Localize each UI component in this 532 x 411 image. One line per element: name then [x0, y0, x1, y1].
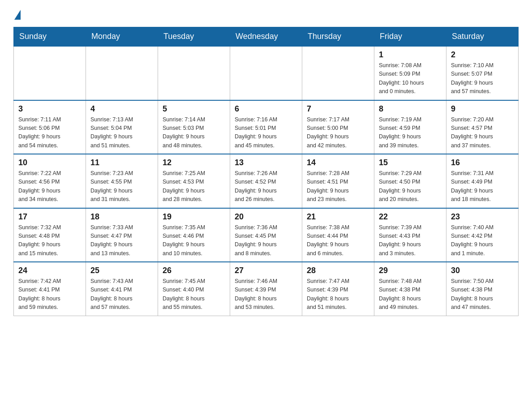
- day-number: 19: [163, 212, 225, 222]
- day-info: Sunrise: 7:32 AMSunset: 4:48 PMDaylight:…: [18, 223, 81, 258]
- column-header-thursday: Thursday: [302, 27, 374, 47]
- day-info: Sunrise: 7:40 AMSunset: 4:42 PMDaylight:…: [451, 223, 514, 258]
- column-header-wednesday: Wednesday: [230, 27, 302, 47]
- day-number: 5: [163, 104, 225, 114]
- day-info: Sunrise: 7:14 AMSunset: 5:03 PMDaylight:…: [163, 116, 225, 150]
- day-info: Sunrise: 7:17 AMSunset: 5:00 PMDaylight:…: [307, 116, 369, 150]
- week-row-4: 17Sunrise: 7:32 AMSunset: 4:48 PMDayligh…: [14, 208, 519, 262]
- column-header-tuesday: Tuesday: [158, 27, 230, 47]
- calendar-cell: 17Sunrise: 7:32 AMSunset: 4:48 PMDayligh…: [14, 208, 86, 262]
- column-header-sunday: Sunday: [14, 27, 86, 47]
- calendar-cell: 24Sunrise: 7:42 AMSunset: 4:41 PMDayligh…: [14, 262, 86, 316]
- calendar-cell: 22Sunrise: 7:39 AMSunset: 4:43 PMDayligh…: [374, 208, 446, 262]
- day-number: 27: [235, 266, 297, 275]
- calendar-cell: 5Sunrise: 7:14 AMSunset: 5:03 PMDaylight…: [158, 100, 230, 154]
- day-number: 17: [18, 212, 81, 222]
- column-header-saturday: Saturday: [446, 27, 519, 47]
- day-number: 18: [90, 212, 153, 222]
- calendar-cell: 11Sunrise: 7:23 AMSunset: 4:55 PMDayligh…: [86, 154, 158, 208]
- calendar-cell: 2Sunrise: 7:10 AMSunset: 5:07 PMDaylight…: [446, 46, 519, 100]
- calendar-cell: 14Sunrise: 7:28 AMSunset: 4:51 PMDayligh…: [302, 154, 374, 208]
- day-info: Sunrise: 7:08 AMSunset: 5:09 PMDaylight:…: [379, 61, 442, 96]
- day-info: Sunrise: 7:47 AMSunset: 4:39 PMDaylight:…: [307, 277, 369, 312]
- day-info: Sunrise: 7:19 AMSunset: 4:59 PMDaylight:…: [379, 116, 442, 150]
- day-number: 25: [90, 266, 153, 275]
- day-number: 1: [379, 50, 442, 60]
- day-number: 11: [90, 158, 153, 167]
- day-number: 12: [163, 158, 225, 167]
- day-number: 28: [307, 266, 369, 275]
- day-number: 24: [18, 266, 81, 275]
- day-info: Sunrise: 7:23 AMSunset: 4:55 PMDaylight:…: [90, 169, 153, 204]
- logo-triangle-icon: [14, 10, 21, 20]
- calendar-cell: 12Sunrise: 7:25 AMSunset: 4:53 PMDayligh…: [158, 154, 230, 208]
- calendar-cell: 26Sunrise: 7:45 AMSunset: 4:40 PMDayligh…: [158, 262, 230, 316]
- day-number: 9: [451, 104, 514, 114]
- day-info: Sunrise: 7:35 AMSunset: 4:46 PMDaylight:…: [163, 223, 225, 258]
- calendar-cell: 10Sunrise: 7:22 AMSunset: 4:56 PMDayligh…: [14, 154, 86, 208]
- day-number: 26: [163, 266, 225, 275]
- calendar-table: SundayMondayTuesdayWednesdayThursdayFrid…: [13, 27, 519, 316]
- calendar-cell: 20Sunrise: 7:36 AMSunset: 4:45 PMDayligh…: [230, 208, 302, 262]
- week-row-1: 1Sunrise: 7:08 AMSunset: 5:09 PMDaylight…: [14, 46, 519, 100]
- day-number: 16: [451, 158, 514, 167]
- day-info: Sunrise: 7:28 AMSunset: 4:51 PMDaylight:…: [307, 169, 369, 204]
- column-header-monday: Monday: [86, 27, 158, 47]
- day-number: 10: [18, 158, 81, 167]
- day-number: 15: [379, 158, 442, 167]
- calendar-cell: [302, 46, 374, 100]
- week-row-3: 10Sunrise: 7:22 AMSunset: 4:56 PMDayligh…: [14, 154, 519, 208]
- calendar-cell: 4Sunrise: 7:13 AMSunset: 5:04 PMDaylight…: [86, 100, 158, 154]
- week-row-5: 24Sunrise: 7:42 AMSunset: 4:41 PMDayligh…: [14, 262, 519, 316]
- logo: [13, 9, 21, 20]
- day-info: Sunrise: 7:45 AMSunset: 4:40 PMDaylight:…: [163, 277, 225, 312]
- day-info: Sunrise: 7:38 AMSunset: 4:44 PMDaylight:…: [307, 223, 369, 258]
- calendar-cell: 21Sunrise: 7:38 AMSunset: 4:44 PMDayligh…: [302, 208, 374, 262]
- day-number: 2: [451, 50, 514, 60]
- day-number: 8: [379, 104, 442, 114]
- day-info: Sunrise: 7:43 AMSunset: 4:41 PMDaylight:…: [90, 277, 153, 312]
- calendar-cell: 18Sunrise: 7:33 AMSunset: 4:47 PMDayligh…: [86, 208, 158, 262]
- calendar-cell: [158, 46, 230, 100]
- calendar-cell: 6Sunrise: 7:16 AMSunset: 5:01 PMDaylight…: [230, 100, 302, 154]
- calendar-cell: 19Sunrise: 7:35 AMSunset: 4:46 PMDayligh…: [158, 208, 230, 262]
- day-number: 29: [379, 266, 442, 275]
- day-info: Sunrise: 7:50 AMSunset: 4:38 PMDaylight:…: [451, 277, 514, 312]
- day-info: Sunrise: 7:13 AMSunset: 5:04 PMDaylight:…: [90, 116, 153, 150]
- calendar-cell: 28Sunrise: 7:47 AMSunset: 4:39 PMDayligh…: [302, 262, 374, 316]
- day-info: Sunrise: 7:26 AMSunset: 4:52 PMDaylight:…: [235, 169, 297, 204]
- calendar-cell: 16Sunrise: 7:31 AMSunset: 4:49 PMDayligh…: [446, 154, 519, 208]
- day-info: Sunrise: 7:29 AMSunset: 4:50 PMDaylight:…: [379, 169, 442, 204]
- day-info: Sunrise: 7:20 AMSunset: 4:57 PMDaylight:…: [451, 116, 514, 150]
- day-number: 6: [235, 104, 297, 114]
- week-row-2: 3Sunrise: 7:11 AMSunset: 5:06 PMDaylight…: [14, 100, 519, 154]
- column-header-friday: Friday: [374, 27, 446, 47]
- day-number: 4: [90, 104, 153, 114]
- day-info: Sunrise: 7:22 AMSunset: 4:56 PMDaylight:…: [18, 169, 81, 204]
- day-info: Sunrise: 7:39 AMSunset: 4:43 PMDaylight:…: [379, 223, 442, 258]
- calendar-cell: 3Sunrise: 7:11 AMSunset: 5:06 PMDaylight…: [14, 100, 86, 154]
- day-number: 3: [18, 104, 81, 114]
- day-info: Sunrise: 7:42 AMSunset: 4:41 PMDaylight:…: [18, 277, 81, 312]
- day-info: Sunrise: 7:16 AMSunset: 5:01 PMDaylight:…: [235, 116, 297, 150]
- calendar-cell: 9Sunrise: 7:20 AMSunset: 4:57 PMDaylight…: [446, 100, 519, 154]
- calendar-cell: 7Sunrise: 7:17 AMSunset: 5:00 PMDaylight…: [302, 100, 374, 154]
- day-info: Sunrise: 7:33 AMSunset: 4:47 PMDaylight:…: [90, 223, 153, 258]
- calendar-header-row: SundayMondayTuesdayWednesdayThursdayFrid…: [14, 27, 519, 47]
- day-number: 13: [235, 158, 297, 167]
- calendar-cell: [86, 46, 158, 100]
- day-info: Sunrise: 7:10 AMSunset: 5:07 PMDaylight:…: [451, 61, 514, 96]
- calendar-cell: 8Sunrise: 7:19 AMSunset: 4:59 PMDaylight…: [374, 100, 446, 154]
- calendar-cell: 23Sunrise: 7:40 AMSunset: 4:42 PMDayligh…: [446, 208, 519, 262]
- calendar-cell: [14, 46, 86, 100]
- calendar-cell: 29Sunrise: 7:48 AMSunset: 4:38 PMDayligh…: [374, 262, 446, 316]
- calendar-cell: 25Sunrise: 7:43 AMSunset: 4:41 PMDayligh…: [86, 262, 158, 316]
- day-number: 23: [451, 212, 514, 222]
- calendar-cell: [230, 46, 302, 100]
- day-info: Sunrise: 7:48 AMSunset: 4:38 PMDaylight:…: [379, 277, 442, 312]
- day-number: 22: [379, 212, 442, 222]
- calendar-cell: 15Sunrise: 7:29 AMSunset: 4:50 PMDayligh…: [374, 154, 446, 208]
- day-info: Sunrise: 7:11 AMSunset: 5:06 PMDaylight:…: [18, 116, 81, 150]
- day-number: 20: [235, 212, 297, 222]
- day-info: Sunrise: 7:25 AMSunset: 4:53 PMDaylight:…: [163, 169, 225, 204]
